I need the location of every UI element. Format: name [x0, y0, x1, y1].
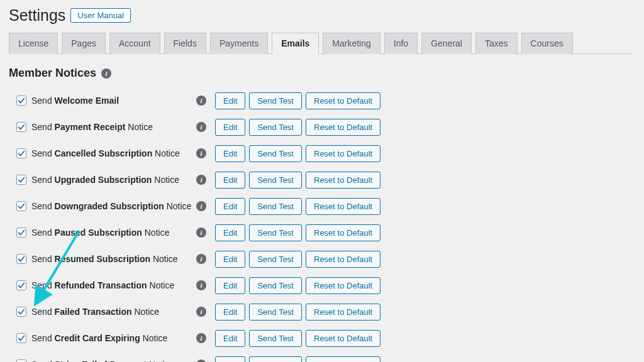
edit-button[interactable]: Edit: [215, 145, 245, 162]
edit-button[interactable]: Edit: [215, 92, 245, 109]
tab-general[interactable]: General: [421, 33, 472, 54]
section-heading-text: Member Notices: [9, 67, 96, 80]
notice-buttons: EditSend TestReset to Default: [215, 304, 380, 321]
tab-pages[interactable]: Pages: [62, 33, 106, 54]
notice-buttons: EditSend TestReset to Default: [215, 145, 380, 162]
notice-row: Send Cancelled Subscription NoticeiEditS…: [16, 140, 631, 167]
reset-button[interactable]: Reset to Default: [306, 172, 380, 189]
page-title: Settings: [9, 6, 65, 25]
info-icon[interactable]: i: [196, 254, 206, 264]
reset-button[interactable]: Reset to Default: [306, 92, 380, 109]
info-icon[interactable]: i: [196, 307, 206, 317]
notice-buttons: EditSend TestReset to Default: [215, 119, 380, 136]
send-test-button[interactable]: Send Test: [249, 119, 302, 136]
reset-button[interactable]: Reset to Default: [306, 356, 380, 363]
edit-button[interactable]: Edit: [215, 330, 245, 347]
notice-buttons: EditSend TestReset to Default: [215, 198, 380, 215]
tab-fields[interactable]: Fields: [164, 33, 206, 54]
send-test-button[interactable]: Send Test: [249, 92, 302, 109]
notice-buttons: EditSend TestReset to Default: [215, 172, 380, 189]
notice-label: Send Stripe Failed Payment Notice: [31, 359, 196, 362]
send-test-button[interactable]: Send Test: [249, 198, 302, 215]
notice-row: Send Resumed Subscription NoticeiEditSen…: [16, 246, 631, 272]
notice-row: Send Failed Transaction NoticeiEditSend …: [16, 299, 631, 325]
notice-checkbox[interactable]: [16, 254, 26, 264]
notice-label: Send Upgraded Subscription Notice: [31, 175, 196, 185]
notice-checkbox[interactable]: [16, 359, 26, 362]
info-icon[interactable]: i: [196, 359, 206, 362]
send-test-button[interactable]: Send Test: [249, 145, 302, 162]
edit-button[interactable]: Edit: [215, 172, 245, 189]
send-test-button[interactable]: Send Test: [249, 304, 302, 321]
notice-buttons: EditSend TestReset to Default: [215, 277, 380, 294]
notice-row: Send Payment Receipt NoticeiEditSend Tes…: [16, 114, 631, 140]
reset-button[interactable]: Reset to Default: [306, 277, 380, 294]
info-icon[interactable]: i: [196, 175, 206, 185]
send-test-button[interactable]: Send Test: [249, 330, 302, 347]
reset-button[interactable]: Reset to Default: [306, 224, 380, 241]
info-icon[interactable]: i: [196, 228, 206, 238]
notice-checkbox[interactable]: [16, 307, 26, 317]
notice-checkbox[interactable]: [16, 201, 26, 211]
edit-button[interactable]: Edit: [215, 251, 245, 268]
info-icon[interactable]: i: [101, 69, 111, 79]
send-test-button[interactable]: Send Test: [249, 356, 302, 363]
edit-button[interactable]: Edit: [215, 224, 245, 241]
tab-emails[interactable]: Emails: [272, 33, 319, 54]
tab-courses[interactable]: Courses: [521, 33, 573, 54]
notice-row: Send Paused Subscription NoticeiEditSend…: [16, 219, 631, 246]
reset-button[interactable]: Reset to Default: [306, 119, 380, 136]
user-manual-button[interactable]: User Manual: [70, 8, 131, 23]
edit-button[interactable]: Edit: [215, 119, 245, 136]
section-heading: Member Notices i: [9, 67, 631, 80]
notice-label: Send Resumed Subscription Notice: [31, 254, 196, 264]
notice-checkbox[interactable]: [16, 96, 26, 106]
edit-button[interactable]: Edit: [215, 198, 245, 215]
notice-label: Send Welcome Email: [31, 96, 196, 106]
notice-checkbox[interactable]: [16, 122, 26, 132]
notice-checkbox[interactable]: [16, 148, 26, 158]
info-icon[interactable]: i: [196, 96, 206, 106]
tab-taxes[interactable]: Taxes: [475, 33, 518, 54]
notice-row: Send Downgraded Subscription NoticeiEdit…: [16, 193, 631, 219]
notice-buttons: EditSend TestReset to Default: [215, 251, 380, 268]
notice-row: Send Credit Card Expiring NoticeiEditSen…: [16, 325, 631, 351]
notice-list: Send Welcome EmailiEditSend TestReset to…: [16, 87, 631, 362]
send-test-button[interactable]: Send Test: [249, 277, 302, 294]
notice-buttons: EditSend TestReset to Default: [215, 224, 380, 241]
notice-checkbox[interactable]: [16, 333, 26, 343]
info-icon[interactable]: i: [196, 148, 206, 158]
tab-payments[interactable]: Payments: [210, 33, 268, 54]
notice-checkbox[interactable]: [16, 280, 26, 290]
notice-label: Send Credit Card Expiring Notice: [31, 333, 196, 343]
edit-button[interactable]: Edit: [215, 304, 245, 321]
reset-button[interactable]: Reset to Default: [306, 198, 380, 215]
tab-account[interactable]: Account: [109, 33, 160, 54]
info-icon[interactable]: i: [196, 122, 206, 132]
notice-buttons: EditSend TestReset to Default: [215, 356, 380, 363]
notice-row: Send Stripe Failed Payment NoticeiEditSe…: [16, 351, 631, 362]
info-icon[interactable]: i: [196, 280, 206, 290]
notice-row: Send Refunded Transaction NoticeiEditSen…: [16, 272, 631, 299]
edit-button[interactable]: Edit: [215, 356, 245, 363]
send-test-button[interactable]: Send Test: [249, 251, 302, 268]
reset-button[interactable]: Reset to Default: [306, 145, 380, 162]
notice-label: Send Refunded Transaction Notice: [31, 280, 196, 290]
notice-checkbox[interactable]: [16, 175, 26, 185]
notice-row: Send Welcome EmailiEditSend TestReset to…: [16, 87, 631, 114]
tab-marketing[interactable]: Marketing: [323, 33, 380, 54]
notice-checkbox[interactable]: [16, 228, 26, 238]
notice-label: Send Payment Receipt Notice: [31, 122, 196, 132]
settings-tabs: LicensePagesAccountFieldsPaymentsEmailsM…: [9, 32, 631, 54]
info-icon[interactable]: i: [196, 201, 206, 211]
tab-info[interactable]: Info: [384, 33, 418, 54]
send-test-button[interactable]: Send Test: [249, 224, 302, 241]
send-test-button[interactable]: Send Test: [249, 172, 302, 189]
edit-button[interactable]: Edit: [215, 277, 245, 294]
reset-button[interactable]: Reset to Default: [306, 330, 380, 347]
tab-license[interactable]: License: [9, 33, 58, 54]
reset-button[interactable]: Reset to Default: [306, 304, 380, 321]
notice-label: Send Paused Subscription Notice: [31, 228, 196, 238]
info-icon[interactable]: i: [196, 333, 206, 343]
reset-button[interactable]: Reset to Default: [306, 251, 380, 268]
